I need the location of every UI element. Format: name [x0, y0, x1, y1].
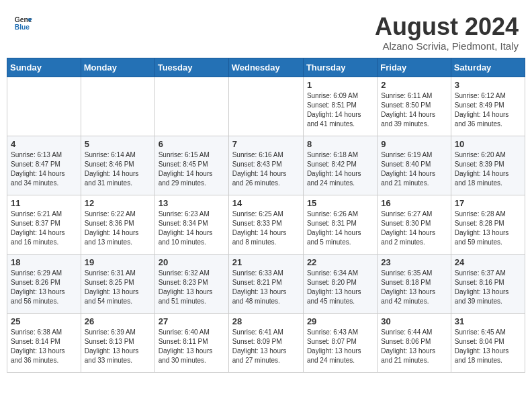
weekday-header-row: SundayMondayTuesdayWednesdayThursdayFrid…	[7, 58, 525, 77]
logo: General Blue	[13, 13, 32, 32]
day-info: Sunrise: 6:13 AM Sunset: 8:47 PM Dayligh…	[11, 150, 77, 188]
day-number: 18	[11, 257, 77, 267]
day-number: 5	[85, 139, 151, 149]
calendar-cell	[154, 77, 228, 136]
day-number: 30	[381, 316, 447, 326]
week-row-4: 18Sunrise: 6:29 AM Sunset: 8:26 PM Dayli…	[7, 254, 525, 313]
day-info: Sunrise: 6:28 AM Sunset: 8:28 PM Dayligh…	[455, 210, 521, 247]
calendar-cell: 21Sunrise: 6:33 AM Sunset: 8:21 PM Dayli…	[228, 254, 303, 313]
day-info: Sunrise: 6:16 AM Sunset: 8:43 PM Dayligh…	[232, 150, 300, 188]
day-number: 8	[307, 139, 373, 149]
day-info: Sunrise: 6:26 AM Sunset: 8:31 PM Dayligh…	[307, 210, 373, 247]
day-number: 28	[232, 316, 300, 326]
calendar-cell: 30Sunrise: 6:44 AM Sunset: 8:06 PM Dayli…	[378, 313, 451, 372]
weekday-header-friday: Friday	[378, 58, 451, 77]
calendar-cell: 26Sunrise: 6:39 AM Sunset: 8:13 PM Dayli…	[81, 313, 154, 372]
day-info: Sunrise: 6:34 AM Sunset: 8:20 PM Dayligh…	[307, 269, 373, 306]
calendar-cell: 17Sunrise: 6:28 AM Sunset: 8:28 PM Dayli…	[451, 195, 525, 254]
day-number: 11	[11, 198, 77, 208]
calendar-cell: 28Sunrise: 6:41 AM Sunset: 8:09 PM Dayli…	[228, 313, 303, 372]
day-number: 19	[85, 257, 151, 267]
day-info: Sunrise: 6:18 AM Sunset: 8:42 PM Dayligh…	[307, 150, 373, 188]
location-subtitle: Alzano Scrivia, Piedmont, Italy	[375, 40, 519, 52]
calendar-cell: 2Sunrise: 6:11 AM Sunset: 8:50 PM Daylig…	[378, 77, 451, 136]
day-info: Sunrise: 6:29 AM Sunset: 8:26 PM Dayligh…	[11, 269, 77, 306]
weekday-header-sunday: Sunday	[7, 58, 81, 77]
day-number: 16	[381, 198, 447, 208]
day-info: Sunrise: 6:23 AM Sunset: 8:34 PM Dayligh…	[159, 210, 225, 247]
day-info: Sunrise: 6:14 AM Sunset: 8:46 PM Dayligh…	[85, 150, 151, 188]
week-row-1: 1Sunrise: 6:09 AM Sunset: 8:51 PM Daylig…	[7, 77, 525, 136]
day-number: 6	[159, 139, 225, 149]
day-info: Sunrise: 6:38 AM Sunset: 8:14 PM Dayligh…	[11, 328, 77, 365]
calendar-cell: 9Sunrise: 6:19 AM Sunset: 8:40 PM Daylig…	[378, 136, 451, 195]
day-number: 26	[85, 316, 151, 326]
day-number: 20	[159, 257, 225, 267]
week-row-3: 11Sunrise: 6:21 AM Sunset: 8:37 PM Dayli…	[7, 195, 525, 254]
day-number: 12	[85, 198, 151, 208]
weekday-header-tuesday: Tuesday	[154, 58, 228, 77]
day-number: 22	[307, 257, 373, 267]
week-row-5: 25Sunrise: 6:38 AM Sunset: 8:14 PM Dayli…	[7, 313, 525, 372]
week-row-2: 4Sunrise: 6:13 AM Sunset: 8:47 PM Daylig…	[7, 136, 525, 195]
day-info: Sunrise: 6:31 AM Sunset: 8:25 PM Dayligh…	[85, 269, 151, 306]
calendar-cell: 25Sunrise: 6:38 AM Sunset: 8:14 PM Dayli…	[7, 313, 81, 372]
calendar-cell: 29Sunrise: 6:43 AM Sunset: 8:07 PM Dayli…	[303, 313, 377, 372]
day-info: Sunrise: 6:32 AM Sunset: 8:23 PM Dayligh…	[159, 269, 225, 306]
calendar-cell: 15Sunrise: 6:26 AM Sunset: 8:31 PM Dayli…	[303, 195, 377, 254]
day-info: Sunrise: 6:41 AM Sunset: 8:09 PM Dayligh…	[232, 328, 300, 365]
calendar-cell: 23Sunrise: 6:35 AM Sunset: 8:18 PM Dayli…	[378, 254, 451, 313]
svg-text:Blue: Blue	[15, 24, 30, 31]
day-number: 10	[455, 139, 521, 149]
day-info: Sunrise: 6:11 AM Sunset: 8:50 PM Dayligh…	[381, 91, 447, 129]
calendar-cell: 12Sunrise: 6:22 AM Sunset: 8:36 PM Dayli…	[81, 195, 154, 254]
day-number: 24	[455, 257, 521, 267]
day-number: 25	[11, 316, 77, 326]
weekday-header-monday: Monday	[81, 58, 154, 77]
weekday-header-thursday: Thursday	[303, 58, 377, 77]
calendar-cell: 31Sunrise: 6:45 AM Sunset: 8:04 PM Dayli…	[451, 313, 525, 372]
day-number: 14	[232, 198, 300, 208]
calendar-cell: 7Sunrise: 6:16 AM Sunset: 8:43 PM Daylig…	[228, 136, 303, 195]
day-number: 15	[307, 198, 373, 208]
calendar-cell: 16Sunrise: 6:27 AM Sunset: 8:30 PM Dayli…	[378, 195, 451, 254]
page-header: General Blue August 2024 Alzano Scrivia,…	[7, 7, 525, 55]
day-number: 17	[455, 198, 521, 208]
calendar-cell: 8Sunrise: 6:18 AM Sunset: 8:42 PM Daylig…	[303, 136, 377, 195]
day-info: Sunrise: 6:22 AM Sunset: 8:36 PM Dayligh…	[85, 210, 151, 247]
day-info: Sunrise: 6:44 AM Sunset: 8:06 PM Dayligh…	[381, 328, 447, 365]
day-info: Sunrise: 6:27 AM Sunset: 8:30 PM Dayligh…	[381, 210, 447, 247]
calendar-cell: 22Sunrise: 6:34 AM Sunset: 8:20 PM Dayli…	[303, 254, 377, 313]
calendar-cell: 3Sunrise: 6:12 AM Sunset: 8:49 PM Daylig…	[451, 77, 525, 136]
day-info: Sunrise: 6:37 AM Sunset: 8:16 PM Dayligh…	[455, 269, 521, 306]
calendar-cell: 20Sunrise: 6:32 AM Sunset: 8:23 PM Dayli…	[154, 254, 228, 313]
day-info: Sunrise: 6:19 AM Sunset: 8:40 PM Dayligh…	[381, 150, 447, 188]
calendar-cell: 4Sunrise: 6:13 AM Sunset: 8:47 PM Daylig…	[7, 136, 81, 195]
calendar-cell: 6Sunrise: 6:15 AM Sunset: 8:45 PM Daylig…	[154, 136, 228, 195]
calendar-cell: 10Sunrise: 6:20 AM Sunset: 8:39 PM Dayli…	[451, 136, 525, 195]
day-number: 23	[381, 257, 447, 267]
calendar-cell	[7, 77, 81, 136]
calendar-cell: 13Sunrise: 6:23 AM Sunset: 8:34 PM Dayli…	[154, 195, 228, 254]
day-number: 13	[159, 198, 225, 208]
title-area: August 2024 Alzano Scrivia, Piedmont, It…	[375, 13, 519, 52]
day-info: Sunrise: 6:39 AM Sunset: 8:13 PM Dayligh…	[85, 328, 151, 365]
logo-icon: General Blue	[13, 13, 32, 32]
calendar-cell: 27Sunrise: 6:40 AM Sunset: 8:11 PM Dayli…	[154, 313, 228, 372]
day-number: 9	[381, 139, 447, 149]
day-info: Sunrise: 6:25 AM Sunset: 8:33 PM Dayligh…	[232, 210, 300, 247]
calendar-cell	[228, 77, 303, 136]
day-info: Sunrise: 6:12 AM Sunset: 8:49 PM Dayligh…	[455, 91, 521, 129]
day-number: 31	[455, 316, 521, 326]
weekday-header-wednesday: Wednesday	[228, 58, 303, 77]
day-info: Sunrise: 6:45 AM Sunset: 8:04 PM Dayligh…	[455, 328, 521, 365]
day-number: 3	[455, 80, 521, 90]
day-number: 2	[381, 80, 447, 90]
calendar-cell: 14Sunrise: 6:25 AM Sunset: 8:33 PM Dayli…	[228, 195, 303, 254]
day-info: Sunrise: 6:21 AM Sunset: 8:37 PM Dayligh…	[11, 210, 77, 247]
day-info: Sunrise: 6:40 AM Sunset: 8:11 PM Dayligh…	[159, 328, 225, 365]
day-number: 27	[159, 316, 225, 326]
calendar-cell: 24Sunrise: 6:37 AM Sunset: 8:16 PM Dayli…	[451, 254, 525, 313]
day-number: 7	[232, 139, 300, 149]
calendar-cell: 11Sunrise: 6:21 AM Sunset: 8:37 PM Dayli…	[7, 195, 81, 254]
